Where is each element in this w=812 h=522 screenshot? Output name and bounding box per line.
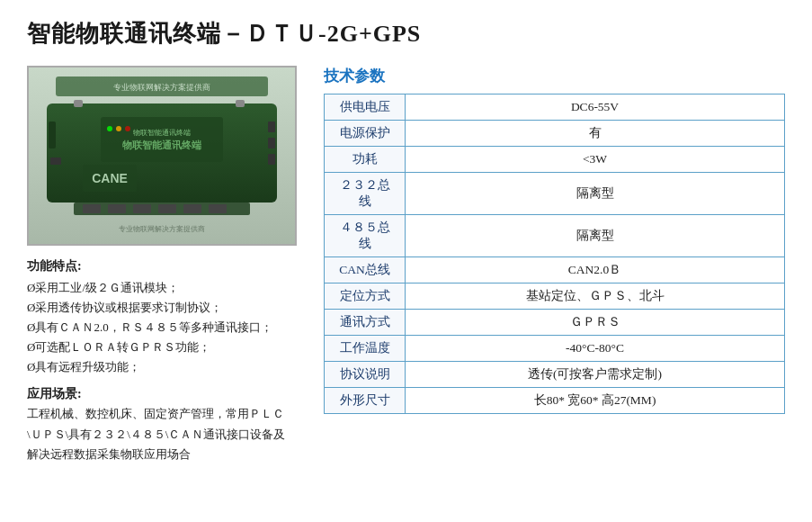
svg-rect-19 (183, 204, 201, 213)
tech-param-row: 电源保护有 (325, 121, 785, 147)
tech-param-label: 功耗 (325, 147, 406, 173)
features-title: 功能特点: (27, 258, 297, 274)
tech-param-row: 定位方式基站定位、ＧＰＳ、北斗 (325, 284, 785, 310)
svg-point-22 (107, 126, 112, 131)
tech-param-label: ２３２总线 (325, 173, 406, 215)
tech-param-row: ２３２总线隔离型 (325, 173, 785, 215)
svg-rect-20 (209, 204, 227, 213)
tech-param-row: CAN总线CAN2.0Ｂ (325, 257, 785, 284)
svg-point-23 (116, 126, 121, 131)
device-image: 专业物联网解决方案提供商 物联智能通讯终端 物联智能通讯终端 (27, 66, 297, 246)
tech-param-row: ４８５总线隔离型 (325, 215, 785, 257)
svg-point-24 (125, 126, 130, 131)
svg-text:专业物联网解决方案提供商: 专业物联网解决方案提供商 (119, 225, 205, 233)
main-layout: 专业物联网解决方案提供商 物联智能通讯终端 物联智能通讯终端 (27, 66, 785, 464)
page-title: 智能物联通讯终端－ＤＴＵ-2G+GPS (27, 18, 785, 50)
tech-param-row: 通讯方式ＧＰＲＳ (325, 310, 785, 336)
tech-param-row: 工作温度-40°C-80°C (325, 336, 785, 362)
feature-item: Ø具有远程升级功能； (27, 357, 297, 377)
svg-text:专业物联网解决方案提供商: 专业物联网解决方案提供商 (113, 83, 210, 92)
svg-rect-16 (108, 204, 126, 213)
tech-params-title: 技术参数 (324, 66, 785, 86)
tech-param-label: 供电电压 (325, 94, 406, 121)
tech-param-label: 工作温度 (325, 336, 406, 362)
tech-params-table: 供电电压DC6-55V电源保护有功耗<3W２３２总线隔离型４８５总线隔离型CAN… (324, 94, 785, 414)
svg-rect-15 (83, 204, 101, 213)
tech-param-row: 供电电压DC6-55V (325, 94, 785, 121)
tech-param-value: 隔离型 (406, 215, 785, 257)
device-svg: 专业物联网解决方案提供商 物联智能通讯终端 物联智能通讯终端 (29, 68, 295, 244)
svg-rect-18 (158, 204, 176, 213)
tech-param-value: 有 (406, 121, 785, 147)
svg-rect-12 (74, 100, 83, 107)
tech-param-value: -40°C-80°C (406, 336, 785, 362)
features-section: 功能特点: Ø采用工业/级２Ｇ通讯模块；Ø采用透传协议或根据要求订制协议；Ø具有… (27, 258, 297, 464)
feature-item: Ø具有ＣＡＮ2.0，ＲＳ４８５等多种通讯接口； (27, 318, 297, 338)
tech-param-value: DC6-55V (406, 94, 785, 121)
tech-param-value: 长80* 宽60* 高27(MM) (406, 388, 785, 414)
tech-param-label: 外形尺寸 (325, 388, 406, 414)
applications-title: 应用场景: (27, 386, 297, 402)
tech-param-row: 功耗<3W (325, 147, 785, 173)
tech-param-label: 电源保护 (325, 121, 406, 147)
feature-item: Ø采用工业/级２Ｇ通讯模块； (27, 278, 297, 298)
tech-param-value: 隔离型 (406, 173, 785, 215)
tech-param-value: CAN2.0Ｂ (406, 257, 785, 284)
svg-text:物联智能通讯终端: 物联智能通讯终端 (121, 140, 201, 150)
feature-item: Ø采用透传协议或根据要求订制协议； (27, 298, 297, 318)
svg-rect-8 (50, 158, 61, 165)
tech-param-row: 外形尺寸长80* 宽60* 高27(MM) (325, 388, 785, 414)
tech-param-value: 透传(可按客户需求定制) (406, 362, 785, 388)
svg-rect-11 (268, 154, 275, 165)
svg-rect-13 (236, 100, 245, 107)
svg-text:CANE: CANE (92, 171, 128, 185)
tech-param-value: ＧＰＲＳ (406, 310, 785, 336)
right-column: 技术参数 供电电压DC6-55V电源保护有功耗<3W２３２总线隔离型４８５总线隔… (324, 66, 785, 414)
tech-param-label: CAN总线 (325, 257, 406, 284)
svg-rect-17 (133, 204, 151, 213)
tech-param-value: 基站定位、ＧＰＳ、北斗 (406, 284, 785, 310)
tech-param-label: 定位方式 (325, 284, 406, 310)
svg-text:物联智能通讯终端: 物联智能通讯终端 (133, 129, 191, 137)
tech-param-label: 协议说明 (325, 362, 406, 388)
svg-rect-10 (268, 138, 275, 148)
tech-param-row: 协议说明透传(可按客户需求定制) (325, 362, 785, 388)
tech-param-label: 通讯方式 (325, 310, 406, 336)
features-list: Ø采用工业/级２Ｇ通讯模块；Ø采用透传协议或根据要求订制协议；Ø具有ＣＡＮ2.0… (27, 278, 297, 377)
left-column: 专业物联网解决方案提供商 物联智能通讯终端 物联智能通讯终端 (27, 66, 297, 464)
tech-param-value: <3W (406, 147, 785, 173)
feature-item: Ø可选配ＬＯＲＡ转ＧＰＲＳ功能； (27, 338, 297, 357)
svg-rect-9 (268, 122, 275, 132)
tech-param-label: ４８５总线 (325, 215, 406, 257)
svg-rect-7 (49, 122, 56, 148)
applications-text: 工程机械、数控机床、固定资产管理，常用ＰＬＣ\ＵＰＳ\具有２３２\４８５\ＣＡＮ… (27, 404, 297, 464)
